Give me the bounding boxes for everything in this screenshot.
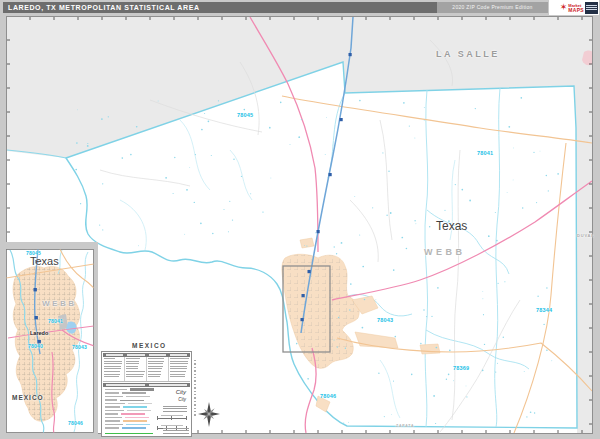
county-label-zapata: ZAPATA bbox=[396, 424, 414, 428]
legend-body: City City bbox=[103, 388, 190, 432]
inset-country-mexico: MEXICO bbox=[12, 394, 44, 401]
inset-city-laredo: Laredo bbox=[30, 330, 48, 336]
logo-burst-icon: ✶ bbox=[560, 3, 568, 12]
inset-county-webb: WEBB bbox=[42, 299, 76, 308]
country-label-mexico: MEXICO bbox=[132, 342, 167, 349]
zip-label-78045: 78045 bbox=[237, 112, 253, 118]
zip-label-78046: 78046 bbox=[320, 393, 336, 399]
state-label-texas: Texas bbox=[436, 219, 467, 233]
legend-row bbox=[105, 427, 146, 430]
inset-zip-78043: 78043 bbox=[72, 344, 87, 350]
legend-city-sample-large: City bbox=[176, 389, 186, 395]
legend-panel: City City bbox=[101, 351, 192, 437]
inset-zip-78041: 78041 bbox=[48, 318, 63, 324]
compass-rose-icon bbox=[198, 402, 220, 428]
logo-brand-bottom: MAPS bbox=[568, 8, 584, 12]
zip-label-78369: 78369 bbox=[453, 365, 469, 371]
logo-badge bbox=[585, 2, 598, 14]
legend-microtext-1 bbox=[163, 406, 187, 413]
copyright-vertical-text bbox=[194, 360, 196, 418]
scale-bar-miles bbox=[157, 415, 187, 420]
zip-code-index-table bbox=[103, 357, 190, 382]
legend-city-sample-small: City bbox=[178, 397, 186, 402]
inset-zip-78040: 78040 bbox=[28, 343, 43, 349]
publisher-logo: ✶ Market MAPS bbox=[549, 0, 599, 15]
inset-state-texas: Texas bbox=[30, 255, 59, 267]
legend-title-bar bbox=[103, 383, 190, 387]
inset-zip-78046: 78046 bbox=[68, 420, 83, 426]
map-title: LAREDO, TX METROPOLITAN STATISTICAL AREA bbox=[3, 2, 437, 13]
legend-green-line bbox=[105, 433, 153, 435]
legend-copyright-text bbox=[163, 428, 189, 434]
county-label-la-salle: LA SALLE bbox=[436, 49, 500, 59]
map-sheet: LAREDO, TX METROPOLITAN STATISTICAL AREA… bbox=[0, 0, 600, 439]
zip-label-78043: 78043 bbox=[377, 317, 393, 323]
inset-map-panel: 78045 Texas WEBB 78041 Laredo 78040 7804… bbox=[2, 242, 98, 438]
edition-label: 2020 ZIP Code Premium Edition bbox=[437, 2, 548, 13]
county-label-webb: WEBB bbox=[424, 247, 466, 257]
inset-map-canvas bbox=[2, 242, 98, 438]
zip-label-78344: 78344 bbox=[536, 307, 552, 313]
county-label-duval: DUVAL bbox=[577, 233, 594, 238]
zip-label-78041: 78041 bbox=[477, 150, 493, 156]
